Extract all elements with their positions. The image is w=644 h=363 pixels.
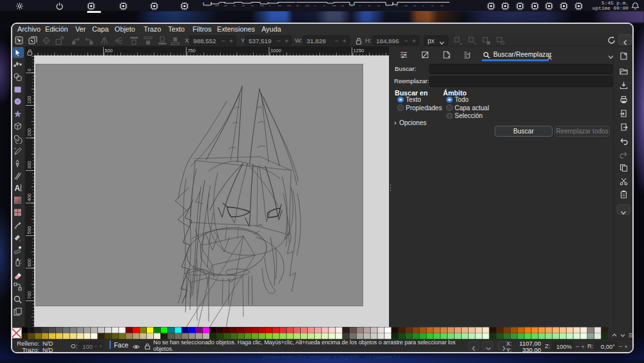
svg-text:200: 200	[26, 128, 32, 137]
svg-text:1250: 1250	[354, 48, 365, 54]
svg-text:100: 100	[26, 95, 32, 104]
svg-text:0: 0	[26, 68, 32, 71]
svg-text:500: 500	[26, 226, 32, 234]
svg-text:300: 300	[26, 161, 32, 169]
svg-text:500: 500	[105, 48, 113, 54]
svg-text:750: 750	[187, 48, 196, 54]
svg-text:600: 600	[26, 259, 32, 267]
svg-text:1000: 1000	[270, 48, 281, 54]
svg-text:700: 700	[26, 291, 32, 299]
svg-text:A: A	[15, 184, 21, 193]
svg-text:400: 400	[26, 193, 32, 202]
